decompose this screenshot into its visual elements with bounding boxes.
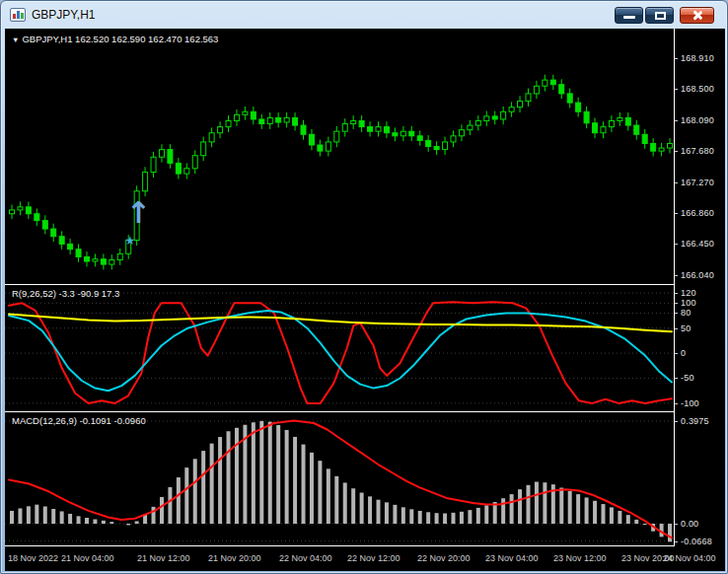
axis-tick	[675, 293, 678, 294]
axis-tick	[675, 313, 678, 314]
price-tick-label: 168.090	[681, 115, 714, 125]
axis-tick	[675, 275, 678, 276]
price-tick-label: 167.270	[681, 178, 714, 187]
axis-tick	[675, 421, 678, 422]
price-axis[interactable]: 168.910168.500168.090167.680167.270166.8…	[674, 29, 725, 546]
up-arrow-marker: ↑	[126, 195, 151, 230]
time-tick-label: 21 Nov 04:00	[61, 553, 114, 563]
axis-tick	[675, 541, 678, 542]
axis-tick	[675, 378, 678, 379]
price-tick-label: -0.0668	[681, 537, 712, 546]
symbol-dropdown-icon[interactable]: ▼	[12, 36, 19, 44]
axis-tick	[675, 120, 678, 121]
price-tick-label: 80	[681, 308, 691, 318]
main-chart-canvas[interactable]: ↑★	[5, 29, 674, 284]
minimize-icon	[623, 16, 635, 19]
price-tick-label: 0.00	[681, 519, 698, 529]
maximize-button[interactable]	[645, 7, 674, 24]
time-tick-label: 22 Nov 04:00	[279, 553, 332, 563]
axis-tick	[675, 151, 678, 152]
time-tick-label: 23 Nov 04:00	[485, 553, 539, 563]
chart-area[interactable]: ↑★ 168.910168.500168.090167.680167.27016…	[5, 29, 725, 571]
price-tick-label: 120	[681, 288, 696, 298]
time-tick-label: 22 Nov 20:00	[417, 553, 471, 563]
indicator-r-canvas[interactable]	[5, 285, 674, 411]
time-axis[interactable]: 18 Nov 202221 Nov 04:0021 Nov 12:0021 No…	[5, 546, 725, 571]
axis-tick	[675, 58, 678, 59]
price-tick-label: 166.860	[681, 208, 714, 218]
axis-tick	[675, 244, 678, 245]
price-tick-label: 50	[681, 323, 691, 333]
axis-tick	[675, 303, 678, 304]
axis-tick	[675, 403, 678, 404]
price-tick-label: 0.3975	[681, 416, 709, 426]
price-tick-label: 167.680	[681, 146, 714, 156]
window-title: GBPJPY,H1	[32, 8, 95, 22]
macd-label: MACD(12,26,9) -0.1091 -0.0960	[12, 415, 146, 426]
price-tick-label: -50	[681, 373, 694, 383]
time-tick-label: 21 Nov 20:00	[208, 553, 261, 563]
axis-tick	[675, 182, 678, 183]
price-tick-label: 166.450	[681, 239, 714, 249]
chart-window: GBPJPY,H1 ↑★ 168.910168.500168.090167.68…	[0, 0, 728, 574]
price-tick-label: 0	[681, 348, 686, 358]
price-tick-label: 166.040	[681, 270, 714, 280]
time-tick-label: 21 Nov 12:00	[137, 553, 190, 563]
time-tick-label: 22 Nov 12:00	[347, 553, 400, 563]
time-tick-label: 24 Nov 04:00	[663, 553, 716, 563]
titlebar[interactable]: GBPJPY,H1	[1, 1, 727, 29]
time-tick-label: 23 Nov 12:00	[553, 553, 607, 563]
axis-tick	[675, 89, 678, 90]
price-tick-label: 168.500	[681, 84, 714, 94]
macd-canvas[interactable]	[5, 412, 674, 545]
axis-tick	[675, 213, 678, 214]
price-tick-label: 100	[681, 298, 696, 308]
time-tick-label: 18 Nov 2022	[8, 553, 58, 563]
price-tick-label: 168.910	[681, 53, 714, 63]
axis-tick	[675, 328, 678, 329]
window-controls	[613, 7, 714, 24]
price-tick-label: -100	[681, 398, 699, 408]
maximize-icon	[655, 12, 666, 20]
window-icon	[10, 8, 26, 22]
axis-tick	[675, 524, 678, 525]
axis-tick	[675, 353, 678, 354]
symbol-ohlc-text: GBPJPY,H1 162.520 162.590 162.470 162.56…	[22, 34, 218, 44]
star-marker: ★	[125, 234, 136, 248]
close-button[interactable]	[680, 7, 714, 24]
indicator-r-label: R(9,26,52) -3.3 -90.9 17.3	[12, 288, 119, 299]
symbol-ohlc-label: ▼GBPJPY,H1 162.520 162.590 162.470 162.5…	[12, 34, 218, 44]
minimize-button[interactable]	[615, 7, 643, 24]
